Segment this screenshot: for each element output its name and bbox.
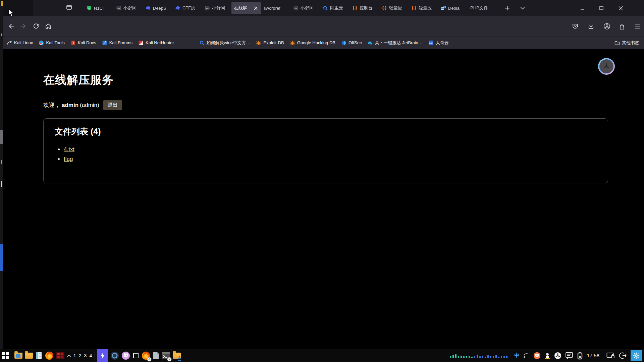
tab-title: 阿里云 xyxy=(330,5,347,11)
tab-lightapp-1[interactable]: 轻量应 xyxy=(379,2,409,14)
bookmark-kali-linux[interactable]: Kali Linux xyxy=(7,40,33,46)
other-bookmarks[interactable]: 其他书签 xyxy=(614,40,639,46)
tab-xiaoshu-2[interactable]: 小舒同 xyxy=(202,2,231,14)
tab-close-icon[interactable] xyxy=(253,5,258,11)
translate-tray-icon[interactable] xyxy=(554,351,561,361)
tab-xiaoshu[interactable]: 小舒同 xyxy=(113,2,143,14)
file-list-title: 文件列表 (4) xyxy=(55,126,101,137)
scrollbar-thumb[interactable] xyxy=(0,130,3,144)
signal-waves-icon[interactable] xyxy=(523,351,530,361)
hidden-icons-chevron[interactable] xyxy=(67,351,71,361)
notifications-icon[interactable] xyxy=(565,351,573,361)
bolt-app-button[interactable] xyxy=(97,349,108,362)
frame-app-button[interactable] xyxy=(132,351,139,361)
tab-title: swordref xyxy=(264,6,288,11)
extensions-button[interactable] xyxy=(616,20,628,32)
reload-button[interactable] xyxy=(30,20,42,32)
settings-gear-button[interactable] xyxy=(631,350,642,361)
tab-xiaoshu-3[interactable]: 小舒同 xyxy=(290,2,320,14)
cloud-icon xyxy=(367,40,373,46)
tab-swordref[interactable]: swordref xyxy=(261,2,290,14)
edge-mark xyxy=(1,181,2,187)
tab-console[interactable]: 控制台 xyxy=(350,2,379,14)
svg-text:CTF: CTF xyxy=(88,7,91,9)
tab-php-file[interactable]: PHP文件 xyxy=(468,2,497,14)
terminal-button[interactable]: 2 xyxy=(162,351,170,361)
orange-cat-tray-icon[interactable] xyxy=(533,351,541,361)
tab-title: 小舒同 xyxy=(123,5,140,11)
firefox-view-button[interactable] xyxy=(63,3,75,13)
file-link-4txt[interactable]: 4.txt xyxy=(64,146,74,153)
workspace-2[interactable]: 2 xyxy=(79,353,82,358)
workspace-1[interactable]: 1 xyxy=(73,353,76,358)
tab-lightapp-2[interactable]: 轻量应 xyxy=(409,2,438,14)
workspace-4[interactable]: 4 xyxy=(89,353,92,358)
lock-screen-icon[interactable] xyxy=(606,351,615,361)
bookmark-dageyun[interactable]: DGY 大哥云 xyxy=(428,40,449,46)
logout-button[interactable]: 退出 xyxy=(103,100,122,110)
explorer-button[interactable] xyxy=(14,351,22,361)
tab-n1ctf[interactable]: CTF N1CT xyxy=(84,2,113,14)
cat-circle-app-button[interactable] xyxy=(121,351,130,361)
tab-ctf-chat[interactable]: CTF挑 xyxy=(172,2,202,14)
back-button[interactable] xyxy=(5,20,17,32)
translate-float-button[interactable] xyxy=(598,58,615,75)
terminal-window-count-badge: 2 xyxy=(167,357,172,362)
qq-penguin-tray-icon[interactable] xyxy=(544,351,550,361)
ime-indicator[interactable]: 中 xyxy=(514,351,519,361)
battery-icon[interactable] xyxy=(577,351,583,361)
bookmark-label: Kali NetHunter xyxy=(146,40,174,45)
document-app-button[interactable] xyxy=(153,351,159,361)
bookmark-google-hacking-db[interactable]: Google Hacking DB xyxy=(290,40,335,46)
offsec-icon xyxy=(341,40,346,46)
notepad-button[interactable] xyxy=(35,351,43,361)
downloads-button[interactable] xyxy=(585,20,597,32)
tab-debian[interactable]: Debia xyxy=(438,2,468,14)
bookmark-kali-docs[interactable]: Kali Docs xyxy=(70,40,96,46)
logout-power-icon[interactable] xyxy=(619,351,627,361)
firefox-window: CTF N1CT 小舒同 DeepS CTF挑 xyxy=(3,0,644,349)
tab-active-unzip-service[interactable]: 在线解 xyxy=(231,2,261,14)
bookmark-kali-tools[interactable]: Kali Tools xyxy=(39,40,64,46)
menu-button[interactable] xyxy=(632,20,643,32)
firefox-button[interactable] xyxy=(45,351,54,361)
bookmark-offsec[interactable]: OffSec xyxy=(341,40,362,46)
pocket-button[interactable] xyxy=(570,20,581,32)
clock[interactable]: 17:58 xyxy=(587,353,599,358)
bookmark-label: 真・一键激活 JetBrain… xyxy=(375,40,422,46)
minimize-button[interactable] xyxy=(575,0,590,16)
bookmark-exploit-db[interactable]: Exploit-DB xyxy=(256,40,284,46)
forward-button[interactable] xyxy=(18,20,29,32)
maximize-button[interactable] xyxy=(594,0,609,16)
firefox-view-icon xyxy=(66,4,72,12)
kali-docs-icon xyxy=(70,40,76,46)
bookmark-kali-nethunter[interactable]: Kali NetHunter xyxy=(138,40,174,46)
username: admin xyxy=(62,102,78,109)
tab-title: 轻量应 xyxy=(389,5,406,11)
taskbar-separator xyxy=(95,351,95,360)
page-content: 在线解压服务 欢迎， admin (admin) 退出 文件列表 (4) 4.t… xyxy=(3,49,644,349)
bookmark-kali-forums[interactable]: Kali Forums xyxy=(102,40,132,46)
account-button[interactable] xyxy=(601,20,612,32)
start-button[interactable] xyxy=(1,351,9,361)
new-tab-button[interactable] xyxy=(502,3,513,13)
tab-deepseek[interactable]: DeepS xyxy=(143,2,172,14)
file-link-flag[interactable]: flag xyxy=(64,156,73,162)
blue-edge-block xyxy=(0,244,3,271)
bookmark-wine-chinese-fix[interactable]: 如何解决wine中文方… xyxy=(199,40,251,46)
tab-aliyun-search[interactable]: 阿里云 xyxy=(320,2,350,14)
dark-circle-app-button[interactable] xyxy=(110,351,119,361)
bookmark-label: Exploit-DB xyxy=(263,40,284,45)
firefox-window-button[interactable]: 3 xyxy=(142,351,150,361)
close-button[interactable] xyxy=(613,0,628,16)
bookmark-jetbrains-activator[interactable]: 真・一键激活 JetBrain… xyxy=(367,40,422,46)
explorer-open-button[interactable] xyxy=(25,351,33,361)
folder-icon xyxy=(614,40,620,46)
home-button[interactable] xyxy=(43,20,54,32)
downloads-folder-button[interactable] xyxy=(173,351,181,361)
workspace-3[interactable]: 3 xyxy=(84,353,87,358)
list-all-tabs-button[interactable] xyxy=(517,3,528,13)
red-grid-app-button[interactable] xyxy=(56,351,65,361)
bookmark-label: 其他书签 xyxy=(622,40,639,46)
search-icon xyxy=(323,5,328,11)
